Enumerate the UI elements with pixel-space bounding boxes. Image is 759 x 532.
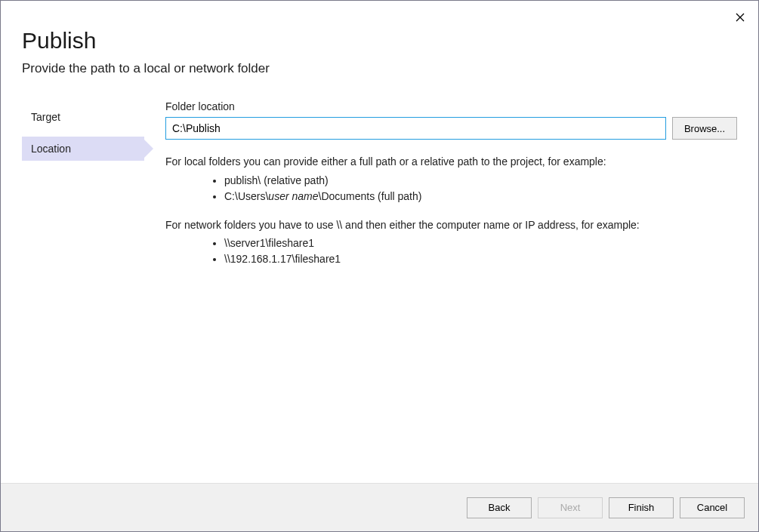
dialog-title: Publish xyxy=(22,28,737,54)
dialog-header: Publish Provide the path to a local or n… xyxy=(1,1,758,84)
sidebar-item-target[interactable]: Target xyxy=(22,105,144,129)
sidebar-item-label: Target xyxy=(31,111,60,123)
folder-location-input[interactable] xyxy=(165,117,666,140)
browse-button[interactable]: Browse... xyxy=(672,117,737,140)
main-panel: Folder location Browse... For local fold… xyxy=(144,100,737,483)
close-button[interactable] xyxy=(730,7,751,28)
help-network-example-2: \\192.168.1.17\fileshare1 xyxy=(224,251,737,267)
sidebar-item-location[interactable]: Location xyxy=(22,137,144,161)
next-button[interactable]: Next xyxy=(538,497,603,518)
folder-location-label: Folder location xyxy=(165,100,737,112)
help-network-example-1: \\server1\fileshare1 xyxy=(224,235,737,251)
help-text: For local folders you can provide either… xyxy=(165,155,737,267)
help-local-example-2: C:\Users\user name\Documents (full path) xyxy=(224,189,737,204)
help-local-example-1: publish\ (relative path) xyxy=(224,173,737,189)
cancel-button[interactable]: Cancel xyxy=(680,497,745,518)
sidebar-item-label: Location xyxy=(31,143,71,155)
wizard-sidebar: Target Location xyxy=(1,100,144,483)
back-button[interactable]: Back xyxy=(467,497,532,518)
close-icon xyxy=(736,13,745,22)
help-local-intro: For local folders you can provide either… xyxy=(165,155,737,170)
finish-button[interactable]: Finish xyxy=(609,497,674,518)
help-network-intro: For network folders you have to use \\ a… xyxy=(165,218,737,233)
dialog-footer: Back Next Finish Cancel xyxy=(1,483,758,531)
dialog-subtitle: Provide the path to a local or network f… xyxy=(22,61,737,76)
